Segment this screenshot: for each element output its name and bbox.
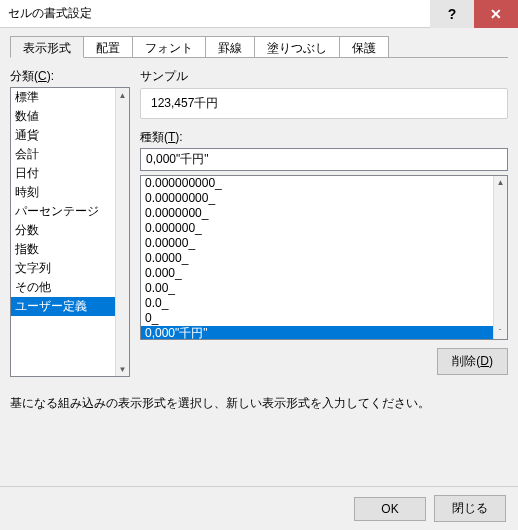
category-item[interactable]: 会計 (11, 145, 115, 164)
type-item[interactable]: 0_ (141, 311, 493, 326)
type-item[interactable]: 0,000"千円" (141, 326, 493, 339)
category-item[interactable]: 標準 (11, 88, 115, 107)
tab-罫線[interactable]: 罫線 (205, 36, 255, 58)
sample-value: 123,457千円 (140, 88, 508, 119)
type-item[interactable]: 0.000000_ (141, 221, 493, 236)
close-window-button[interactable]: ✕ (474, 0, 518, 28)
delete-button[interactable]: 削除(D) (437, 348, 508, 375)
tab-保護[interactable]: 保護 (339, 36, 389, 58)
dialog-body: 表示形式配置フォント罫線塗りつぶし保護 分類(C): 標準数値通貨会計日付時刻パ… (0, 28, 518, 420)
category-label: 分類(C): (10, 68, 130, 85)
help-button[interactable]: ? (430, 0, 474, 28)
type-item[interactable]: 0.000000000_ (141, 176, 493, 191)
tab-表示形式[interactable]: 表示形式 (10, 36, 84, 58)
type-input[interactable] (146, 153, 502, 167)
close-button[interactable]: 閉じる (434, 495, 506, 522)
type-label: 種類(T): (140, 129, 508, 146)
category-item[interactable]: 通貨 (11, 126, 115, 145)
tab-フォント[interactable]: フォント (132, 36, 206, 58)
type-item[interactable]: 0.0000000_ (141, 206, 493, 221)
sample-label: サンプル (140, 68, 508, 85)
category-item[interactable]: パーセンテージ (11, 202, 115, 221)
category-scrollbar[interactable]: ▲ ▼ (115, 88, 129, 376)
titlebar: セルの書式設定 ? ✕ (0, 0, 518, 28)
tab-配置[interactable]: 配置 (83, 36, 133, 58)
type-item[interactable]: 0.00000_ (141, 236, 493, 251)
category-item[interactable]: その他 (11, 278, 115, 297)
footer: OK 閉じる (0, 486, 518, 530)
type-item[interactable]: 0.00_ (141, 281, 493, 296)
category-item[interactable]: 指数 (11, 240, 115, 259)
type-item[interactable]: 0.000_ (141, 266, 493, 281)
category-listbox[interactable]: 標準数値通貨会計日付時刻パーセンテージ分数指数文字列その他ユーザー定義 ▲ ▼ (10, 87, 130, 377)
category-item[interactable]: 時刻 (11, 183, 115, 202)
type-item[interactable]: 0.00000000_ (141, 191, 493, 206)
tabs: 表示形式配置フォント罫線塗りつぶし保護 (10, 36, 508, 58)
tab-塗りつぶし[interactable]: 塗りつぶし (254, 36, 340, 58)
ok-button[interactable]: OK (354, 497, 426, 521)
category-item[interactable]: 文字列 (11, 259, 115, 278)
window-title: セルの書式設定 (0, 5, 430, 22)
type-item[interactable]: 0.0_ (141, 296, 493, 311)
type-scrollbar[interactable]: ▲ ˇ (493, 176, 507, 339)
category-item[interactable]: 数値 (11, 107, 115, 126)
type-item[interactable]: 0.0000_ (141, 251, 493, 266)
type-listbox[interactable]: 0.000000000_0.00000000_0.0000000_0.00000… (140, 175, 508, 340)
scroll-up-icon[interactable]: ▲ (494, 176, 507, 190)
category-item[interactable]: 分数 (11, 221, 115, 240)
type-input-wrap (140, 148, 508, 171)
category-item[interactable]: 日付 (11, 164, 115, 183)
dropdown-icon[interactable]: ˇ (493, 325, 507, 339)
scroll-up-icon[interactable]: ▲ (116, 88, 129, 102)
category-item[interactable]: ユーザー定義 (11, 297, 115, 316)
hint-text: 基になる組み込みの表示形式を選択し、新しい表示形式を入力してください。 (10, 395, 508, 412)
scroll-down-icon[interactable]: ▼ (116, 362, 129, 376)
